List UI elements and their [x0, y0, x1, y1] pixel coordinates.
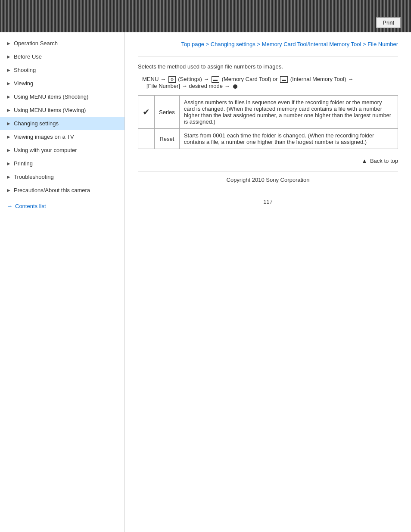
- arrow-icon-3: →: [348, 76, 353, 82]
- bullet-dot: [233, 84, 237, 89]
- arrow-icon-1: →: [160, 76, 168, 82]
- memory-card-tool-icon: ▬: [212, 76, 219, 83]
- sidebar-item-0[interactable]: ▶Operation Search: [0, 37, 125, 50]
- sidebar-item-1[interactable]: ▶Before Use: [0, 50, 125, 63]
- breadcrumb-separator: >: [255, 41, 262, 47]
- sidebar-item-8[interactable]: ▶Using with your computer: [0, 143, 125, 157]
- breadcrumb-link-3[interactable]: File Number: [367, 41, 398, 47]
- divider-top: [138, 56, 398, 56]
- breadcrumb-link-2[interactable]: Memory Card Tool/Internal Memory Tool: [262, 41, 361, 47]
- table-label-cell-1: Reset: [155, 129, 180, 149]
- sidebar-item-label: Before Use: [14, 53, 120, 60]
- main-layout: ▶Operation Search▶Before Use▶Shooting▶Vi…: [0, 32, 411, 532]
- table-icon-cell-0: ✔: [138, 96, 155, 129]
- print-button[interactable]: Print: [376, 17, 401, 28]
- menu-text: MENU: [142, 76, 159, 82]
- sidebar-item-5[interactable]: ▶Using MENU items (Viewing): [0, 103, 125, 117]
- sidebar-arrow-icon: ▶: [7, 41, 10, 46]
- sidebar-item-label: Troubleshooting: [14, 174, 120, 180]
- sidebar-item-10[interactable]: ▶Troubleshooting: [0, 170, 125, 184]
- back-to-top-link[interactable]: ▲ Back to top: [361, 158, 398, 164]
- memory-card-label: (Memory Card Tool) or: [222, 76, 279, 82]
- info-table: ✔SeriesAssigns numbers to files in seque…: [138, 95, 398, 149]
- table-desc-cell-1: Starts from 0001 each time the folder is…: [179, 129, 398, 149]
- sidebar-item-label: Shooting: [14, 67, 120, 73]
- breadcrumb: Top page > Changing settings > Memory Ca…: [138, 41, 398, 47]
- settings-label: (Settings): [178, 76, 202, 82]
- content-area: Top page > Changing settings > Memory Ca…: [125, 32, 411, 532]
- sidebar-item-label: Viewing: [14, 80, 120, 87]
- sidebar-item-label: Changing settings: [14, 120, 120, 127]
- sidebar-item-9[interactable]: ▶Printing: [0, 157, 125, 170]
- arrow-right-icon: →: [7, 203, 12, 209]
- triangle-icon: ▲: [361, 158, 367, 164]
- contents-list-label: Contents list: [15, 203, 46, 209]
- file-number-bracket: [File Number]: [146, 83, 180, 89]
- back-to-top[interactable]: ▲ Back to top: [138, 158, 398, 164]
- sidebar-item-6[interactable]: ▶Changing settings: [0, 117, 125, 130]
- sidebar-item-3[interactable]: ▶Viewing: [0, 77, 125, 90]
- table-label-cell-0: Series: [155, 96, 180, 129]
- table-icon-cell-1: [138, 129, 155, 149]
- sidebar-item-label: Viewing images on a TV: [14, 134, 120, 140]
- sidebar-arrow-icon: ▶: [7, 94, 10, 99]
- sidebar-arrow-icon: ▶: [7, 108, 10, 112]
- arrow-icon-4: → desired mode →: [182, 83, 232, 89]
- menu-path: MENU → ⚙ (Settings) → ▬ (Memory Card Too…: [142, 76, 398, 89]
- sidebar-item-label: Using MENU items (Shooting): [14, 93, 120, 100]
- footer-copyright: Copyright 2010 Sony Corporation: [138, 174, 398, 186]
- page-number: 117: [138, 199, 398, 205]
- breadcrumb-separator: >: [361, 41, 367, 47]
- sidebar-item-2[interactable]: ▶Shooting: [0, 63, 125, 77]
- sidebar-arrow-icon: ▶: [7, 121, 10, 126]
- internal-memory-tool-icon: ▬: [280, 76, 288, 83]
- table-row: ResetStarts from 0001 each time the fold…: [138, 129, 398, 149]
- contents-list-link[interactable]: → Contents list: [0, 199, 125, 214]
- header-bar: Print: [0, 0, 411, 32]
- breadcrumb-link-0[interactable]: Top page: [181, 41, 204, 47]
- sidebar-item-label: Printing: [14, 160, 120, 167]
- sidebar-item-label: Precautions/About this camera: [14, 187, 120, 193]
- sidebar-item-7[interactable]: ▶Viewing images on a TV: [0, 130, 125, 143]
- internal-memory-label: (Internal Memory Tool): [290, 76, 346, 82]
- breadcrumb-separator: >: [204, 41, 211, 47]
- sidebar-item-label: Operation Search: [14, 40, 120, 47]
- table-desc-cell-0: Assigns numbers to files in sequence eve…: [179, 96, 398, 129]
- footer-divider: [138, 171, 398, 171]
- checkmark-icon: ✔: [143, 107, 150, 117]
- sidebar-item-label: Using MENU items (Viewing): [14, 107, 120, 113]
- sidebar-arrow-icon: ▶: [7, 134, 10, 139]
- sidebar-item-11[interactable]: ▶Precautions/About this camera: [0, 184, 125, 197]
- sidebar-arrow-icon: ▶: [7, 81, 10, 86]
- sidebar-arrow-icon: ▶: [7, 161, 10, 166]
- sidebar-arrow-icon: ▶: [7, 188, 10, 193]
- page-description: Selects the method used to assign file n…: [138, 63, 398, 70]
- sidebar-arrow-icon: ▶: [7, 148, 10, 152]
- back-to-top-label: Back to top: [370, 158, 398, 164]
- sidebar: ▶Operation Search▶Before Use▶Shooting▶Vi…: [0, 32, 125, 532]
- sidebar-arrow-icon: ▶: [7, 54, 10, 59]
- breadcrumb-link-1[interactable]: Changing settings: [211, 41, 255, 47]
- arrow-icon-2: →: [203, 76, 211, 82]
- sidebar-arrow-icon: ▶: [7, 68, 10, 72]
- table-row: ✔SeriesAssigns numbers to files in seque…: [138, 96, 398, 129]
- sidebar-item-4[interactable]: ▶Using MENU items (Shooting): [0, 90, 125, 103]
- settings-icon: ⚙: [168, 76, 176, 83]
- sidebar-arrow-icon: ▶: [7, 174, 10, 179]
- sidebar-item-label: Using with your computer: [14, 147, 120, 153]
